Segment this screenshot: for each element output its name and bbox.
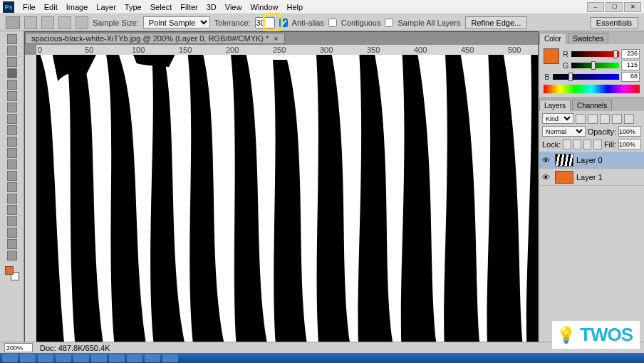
blend-mode-select[interactable]: Normal — [542, 126, 586, 137]
taskbar-item[interactable] — [109, 354, 125, 362]
magic-wand-tool[interactable] — [7, 68, 17, 78]
menu-file[interactable]: File — [19, 1, 40, 13]
menu-filter[interactable]: Filter — [176, 1, 202, 13]
move-tool[interactable] — [7, 34, 17, 44]
sample-all-layers-checkbox[interactable] — [385, 19, 393, 27]
lock-all-icon[interactable] — [593, 140, 601, 149]
gradient-tool[interactable] — [7, 159, 17, 169]
menu-select[interactable]: Select — [146, 1, 177, 13]
type-tool[interactable] — [7, 205, 17, 215]
filter-pixel-icon[interactable] — [576, 114, 586, 124]
selection-subtract-icon[interactable] — [58, 16, 71, 29]
taskbar-item[interactable] — [73, 354, 89, 362]
layer-filter-kind[interactable]: Kind — [542, 113, 573, 124]
layers-panel: Kind Normal Opacity: Lock: Fill: — [539, 111, 644, 344]
canvas[interactable] — [36, 55, 538, 344]
zoom-tool[interactable] — [7, 251, 17, 261]
eraser-tool[interactable] — [7, 148, 17, 158]
layer-thumbnail[interactable] — [555, 171, 573, 184]
clone-stamp-tool[interactable] — [7, 125, 17, 135]
workspace-switcher[interactable]: Essentials — [590, 17, 638, 28]
layers-tab[interactable]: Layers — [539, 100, 571, 111]
g-value[interactable]: 115 — [621, 60, 640, 70]
menu-edit[interactable]: Edit — [40, 1, 62, 13]
filter-type-icon[interactable] — [600, 114, 610, 124]
opacity-input[interactable] — [618, 126, 641, 137]
window-maximize-button[interactable]: ☐ — [606, 2, 623, 12]
foreground-color-swatch[interactable] — [5, 266, 14, 275]
selection-new-icon[interactable] — [24, 16, 37, 29]
color-preview-swatch[interactable] — [544, 48, 559, 64]
r-value[interactable]: 236 — [621, 49, 640, 59]
selection-add-icon[interactable] — [41, 16, 54, 29]
start-button[interactable] — [2, 354, 18, 362]
visibility-eye-icon[interactable]: 👁 — [539, 156, 552, 164]
taskbar-item[interactable] — [38, 354, 53, 362]
lock-pixels-icon[interactable] — [573, 140, 581, 149]
taskbar-item[interactable] — [127, 354, 142, 362]
layer-thumbnail[interactable] — [555, 154, 573, 167]
lasso-tool[interactable] — [7, 57, 17, 67]
r-slider[interactable] — [571, 51, 619, 57]
filter-smart-icon[interactable] — [624, 114, 634, 124]
contiguous-label: Contiguous — [341, 19, 381, 27]
taskbar-item[interactable] — [91, 354, 107, 362]
b-value[interactable]: 68 — [621, 72, 640, 82]
menu-image[interactable]: Image — [62, 1, 93, 13]
blur-tool[interactable] — [7, 171, 17, 181]
refine-edge-button[interactable]: Refine Edge... — [465, 16, 528, 29]
color-spectrum[interactable] — [544, 85, 640, 93]
watermark-text: TWOS — [580, 324, 633, 346]
color-panel: R 236 G 115 B 68 — [539, 44, 644, 98]
sample-size-select[interactable]: Point Sample — [143, 16, 210, 28]
menu-view[interactable]: View — [221, 1, 246, 13]
healing-brush-tool[interactable] — [7, 102, 17, 112]
marquee-tool[interactable] — [7, 46, 17, 56]
zoom-input[interactable] — [4, 343, 33, 352]
selection-intersect-icon[interactable] — [76, 16, 88, 29]
swatches-tab[interactable]: Swatches — [568, 33, 608, 44]
b-slider[interactable] — [553, 74, 619, 80]
filter-shape-icon[interactable] — [612, 114, 622, 124]
app-logo: Ps — [3, 1, 14, 13]
taskbar-item[interactable] — [145, 354, 160, 362]
eyedropper-tool[interactable] — [7, 91, 17, 101]
taskbar-item[interactable] — [20, 354, 36, 362]
contiguous-checkbox[interactable] — [328, 19, 337, 27]
antialias-checkbox[interactable] — [279, 19, 288, 27]
menu-3d[interactable]: 3D — [202, 1, 221, 13]
layer-name[interactable]: Layer 0 — [576, 156, 603, 164]
document-tab-close-icon[interactable]: × — [274, 34, 278, 43]
tolerance-input[interactable] — [255, 17, 275, 28]
layer-item[interactable]: 👁 Layer 1 — [539, 169, 644, 186]
menu-layer[interactable]: Layer — [92, 1, 120, 13]
crop-tool[interactable] — [7, 80, 17, 90]
r-label: R — [562, 50, 569, 58]
hand-tool[interactable] — [7, 239, 17, 249]
pen-tool[interactable] — [7, 194, 17, 204]
g-slider[interactable] — [571, 63, 619, 68]
filter-adjustment-icon[interactable] — [588, 114, 598, 124]
lock-transparency-icon[interactable] — [563, 140, 571, 149]
layer-name[interactable]: Layer 1 — [576, 173, 603, 182]
fill-input[interactable] — [618, 139, 641, 149]
dodge-tool[interactable] — [7, 182, 17, 192]
window-minimize-button[interactable]: – — [587, 2, 604, 12]
visibility-eye-icon[interactable]: 👁 — [539, 173, 552, 182]
rectangle-tool[interactable] — [7, 228, 17, 238]
taskbar-item[interactable] — [162, 354, 178, 362]
menu-type[interactable]: Type — [120, 1, 146, 13]
menu-window[interactable]: Window — [246, 1, 282, 13]
document-tab[interactable]: spacious-black-white-XiTYb.jpg @ 200% (L… — [25, 33, 285, 44]
brush-tool[interactable] — [7, 114, 17, 124]
history-brush-tool[interactable] — [7, 137, 17, 147]
menu-help[interactable]: Help — [283, 1, 308, 13]
window-close-button[interactable]: ✕ — [624, 2, 641, 12]
color-tab[interactable]: Color — [539, 33, 566, 44]
channels-tab[interactable]: Channels — [572, 100, 612, 111]
taskbar-item[interactable] — [56, 354, 71, 362]
foreground-background-colors[interactable] — [5, 266, 19, 280]
path-selection-tool[interactable] — [7, 216, 17, 226]
lock-position-icon[interactable] — [583, 140, 591, 149]
layer-item[interactable]: 👁 Layer 0 — [539, 152, 644, 169]
